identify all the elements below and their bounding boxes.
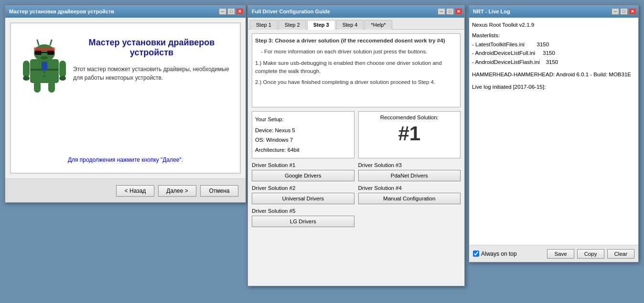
instruction-line2: - For more information on each driver so…: [261, 48, 457, 56]
win3-titlebar[interactable]: NRT - Live Log ─ □ ✕: [469, 5, 638, 18]
setup-device: Device: Nexus 5: [255, 125, 351, 136]
win1-titlebar[interactable]: Мастер установки драйверов устройств ─ □…: [5, 5, 246, 18]
win1-minimize-button[interactable]: ─: [219, 8, 226, 15]
setup-os: OS: Windows 7: [255, 135, 351, 145]
win1-android-area: [21, 33, 68, 95]
win3-maximize-button[interactable]: □: [620, 8, 628, 15]
recommended-box: Reccomended Solution: #1: [358, 111, 461, 158]
clear-button[interactable]: Clear: [607, 249, 634, 259]
svg-rect-8: [23, 61, 30, 77]
win1-content: Мастер установки драйверов устройств Это…: [5, 18, 246, 202]
svg-point-18: [59, 76, 66, 81]
google-drivers-button[interactable]: Google Drivers: [252, 170, 354, 181]
log-content: Nexus Root Toolkit v2.1.9 Masterlists: -…: [469, 18, 638, 245]
copy-button[interactable]: Copy: [577, 249, 604, 259]
log-line-4: HAMMERHEAD-HAMMERHEAD: Android 6.0.1 - B…: [472, 70, 635, 79]
back-button[interactable]: < Назад: [116, 185, 154, 197]
svg-point-14: [43, 71, 45, 73]
driver-solution-5-label: Driver Solution #5: [252, 208, 354, 214]
win1-maximize-button[interactable]: □: [227, 8, 235, 15]
win1-heading: Мастер установки драйверов устройств: [73, 38, 230, 58]
log-footer: Always on top Save Copy Clear: [469, 245, 638, 262]
always-on-top-checkbox[interactable]: [473, 251, 479, 257]
tab-step4[interactable]: Step 4: [336, 20, 364, 30]
log-masterlists-label: Masterlists:: [472, 31, 635, 40]
win1-subtext: Этот мастер поможет установить драйверы,…: [73, 65, 230, 82]
svg-rect-13: [42, 62, 47, 70]
win3-close-button[interactable]: ✕: [629, 8, 636, 15]
win2-title: Full Driver Configuration Guide: [252, 9, 330, 14]
win2-close-button[interactable]: ✕: [455, 8, 462, 15]
driver-solution-5: Driver Solution #5 LG Drivers: [252, 208, 354, 227]
recommended-number: #1: [398, 122, 420, 145]
svg-point-5: [41, 56, 48, 59]
universal-drivers-button[interactable]: Universal Drivers: [252, 193, 354, 204]
log-line-2: - AndroidDeviceListFull.ini 3150: [472, 49, 635, 57]
log-body: Nexus Root Toolkit v2.1.9 Masterlists: -…: [469, 18, 638, 262]
setup-box: Your Setup: Device: Nexus 5 OS: Windows …: [252, 111, 354, 158]
always-on-top-label: Always on top: [481, 251, 517, 257]
driver-solution-2: Driver Solution #2 Universal Drivers: [252, 185, 354, 204]
win3-minimize-button[interactable]: ─: [612, 8, 619, 15]
lg-drivers-button[interactable]: LG Drivers: [252, 216, 354, 227]
android-mascot: [21, 33, 68, 95]
win2-body: Step 3: Choose a driver solution (if the…: [248, 30, 464, 231]
tab-step1[interactable]: Step 1: [250, 20, 278, 30]
save-button[interactable]: Save: [547, 249, 574, 259]
svg-rect-10: [34, 81, 41, 93]
driver-solution-3: Driver Solution #3 PdaNet Drivers: [358, 162, 461, 181]
manual-configuration-button[interactable]: Manual Configuration: [358, 193, 461, 204]
svg-line-6: [37, 40, 39, 45]
win1-text-area: Мастер установки драйверов устройств Это…: [73, 33, 230, 95]
win3-title: NRT - Live Log: [473, 9, 510, 14]
win1-inner-layout: Мастер установки драйверов устройств Это…: [21, 33, 230, 95]
instructions-box: Step 3: Choose a driver solution (if the…: [252, 33, 461, 107]
log-line-5: Live log initiated [2017-06-15]:: [472, 83, 635, 91]
instruction-line1: Step 3: Choose a driver solution (if the…: [255, 37, 457, 45]
win3-window-controls: ─ □ ✕: [612, 8, 636, 15]
win1-close-button[interactable]: ✕: [236, 8, 244, 15]
svg-line-7: [50, 40, 52, 45]
tab-step3[interactable]: Step 3: [307, 20, 335, 30]
win1-panel: Мастер установки драйверов устройств Это…: [10, 22, 241, 174]
win2-minimize-button[interactable]: ─: [438, 8, 445, 15]
svg-rect-11: [48, 81, 55, 93]
win1-title: Мастер установки драйверов устройств: [9, 9, 114, 14]
nrt-log-window: NRT - Live Log ─ □ ✕ Nexus Root Toolkit …: [469, 5, 639, 262]
win1-continue-link[interactable]: Для продолжения нажмите кнопку "Далее".: [68, 157, 183, 163]
next-button[interactable]: Далее >: [158, 185, 196, 197]
tab-help[interactable]: *Help*: [365, 20, 392, 30]
pdanet-drivers-button[interactable]: PdaNet Drivers: [358, 170, 461, 181]
log-line-1: - LatestToolkitFiles.ini 3150: [472, 40, 635, 49]
driver-config-window: Full Driver Configuration Guide ─ □ ✕ St…: [247, 5, 465, 286]
log-version: Nexus Root Toolkit v2.1.9: [472, 21, 635, 29]
driver-solution-3-label: Driver Solution #3: [358, 162, 461, 168]
instruction-line3: 1.) Make sure usb-debugging is enabled t…: [255, 59, 457, 76]
driver-solution-1: Driver Solution #1 Google Drivers: [252, 162, 354, 181]
win2-window-controls: ─ □ ✕: [438, 8, 462, 15]
driver-solution-2-label: Driver Solution #2: [252, 185, 354, 191]
win1-footer: < Назад Далее > Отмена: [5, 178, 246, 202]
recommended-label: Reccomended Solution:: [380, 115, 439, 120]
instruction-line4: 2.) Once you have finished completing a …: [255, 78, 457, 86]
tabs-bar: Step 1 Step 2 Step 3 Step 4 *Help*: [248, 18, 464, 30]
setup-label: Your Setup:: [255, 115, 351, 125]
driver-solution-4: Driver Solution #4 Manual Configuration: [358, 185, 461, 204]
cancel-button[interactable]: Отмена: [200, 185, 238, 197]
driver-solution-1-label: Driver Solution #1: [252, 162, 354, 168]
setup-arch: Architecture: 64bit: [255, 145, 351, 155]
svg-point-15: [43, 75, 45, 77]
log-line-3: - AndroidDeviceListFlash.ini 3150: [472, 58, 635, 66]
svg-rect-9: [59, 61, 66, 77]
driver-grid: Driver Solution #1 Google Drivers Driver…: [252, 162, 461, 227]
win2-maximize-button[interactable]: □: [446, 8, 454, 15]
svg-point-17: [23, 76, 30, 81]
svg-rect-16: [34, 47, 55, 51]
win1-window-controls: ─ □ ✕: [219, 8, 244, 15]
wizard-window: Мастер установки драйверов устройств ─ □…: [5, 5, 246, 203]
win2-titlebar[interactable]: Full Driver Configuration Guide ─ □ ✕: [248, 5, 464, 18]
tab-step2[interactable]: Step 2: [279, 20, 306, 30]
driver-solution-4-label: Driver Solution #4: [358, 185, 461, 191]
info-row: Your Setup: Device: Nexus 5 OS: Windows …: [252, 111, 461, 158]
always-on-top-wrap: Always on top: [473, 251, 544, 257]
